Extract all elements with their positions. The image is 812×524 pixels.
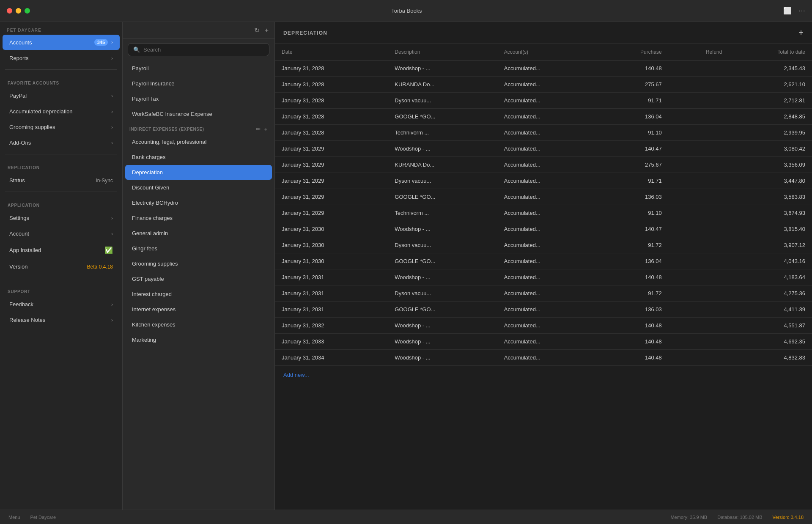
cell-description: Technivorm ... bbox=[388, 205, 497, 221]
cell-purchase: 275.67 bbox=[598, 157, 669, 173]
maximize-button[interactable] bbox=[25, 8, 30, 14]
cell-description: Technivorm ... bbox=[388, 125, 497, 141]
list-item-payroll-tax[interactable]: Payroll Tax bbox=[125, 91, 272, 106]
cell-purchase: 91.72 bbox=[598, 237, 669, 253]
list-item-finance-charges[interactable]: Finance charges bbox=[125, 211, 272, 225]
cell-date: January 31, 2028 bbox=[275, 93, 388, 109]
table-row[interactable]: January 31, 2030 Dyson vacuu... Accumula… bbox=[275, 237, 812, 253]
list-item-discount-given[interactable]: Discount Given bbox=[125, 180, 272, 195]
right-panel-title: DEPRECIATION bbox=[283, 30, 327, 36]
acc-dep-label: Accumulated depreciation bbox=[9, 108, 73, 115]
list-item-interest-charged[interactable]: Interest charged bbox=[125, 287, 272, 302]
sidebar-item-paypal[interactable]: PayPal › bbox=[3, 88, 120, 103]
cell-date: January 31, 2029 bbox=[275, 173, 388, 189]
refresh-icon[interactable]: ↻ bbox=[254, 26, 260, 34]
sidebar-item-settings[interactable]: Settings › bbox=[3, 211, 120, 225]
chevron-right-icon: › bbox=[111, 317, 113, 323]
cell-accounts: Accumulated... bbox=[497, 125, 598, 141]
cell-total: 2,848.85 bbox=[729, 109, 812, 125]
list-item-kitchen-expenses[interactable]: Kitchen expenses bbox=[125, 317, 272, 332]
table-row[interactable]: January 31, 2031 Dyson vacuu... Accumula… bbox=[275, 285, 812, 302]
list-item-gst-payable[interactable]: GST payable bbox=[125, 272, 272, 286]
cell-accounts: Accumulated... bbox=[497, 221, 598, 237]
list-item-accounting-legal[interactable]: Accounting, legal, professional bbox=[125, 134, 272, 149]
cell-accounts: Accumulated... bbox=[497, 285, 598, 302]
list-item-general-admin[interactable]: General admin bbox=[125, 226, 272, 241]
close-button[interactable] bbox=[7, 8, 12, 14]
cell-total: 4,692.35 bbox=[729, 334, 812, 350]
cell-purchase: 91.71 bbox=[598, 93, 669, 109]
table-row[interactable]: January 31, 2028 Woodshop - ... Accumula… bbox=[275, 60, 812, 77]
search-input[interactable] bbox=[143, 47, 264, 53]
favorite-accounts-header: FAVORITE ACCOUNTS bbox=[0, 73, 122, 88]
cell-date: January 31, 2030 bbox=[275, 253, 388, 269]
sidebar-item-reports[interactable]: Reports › bbox=[3, 51, 120, 66]
sidebar-item-grooming-supplies[interactable]: Grooming supplies › bbox=[3, 120, 120, 134]
list-item-worksafebc[interactable]: WorkSafeBC Insurance Expense bbox=[125, 107, 272, 121]
list-item-internet-expenses[interactable]: Internet expenses bbox=[125, 302, 272, 317]
table-row[interactable]: January 31, 2030 Woodshop - ... Accumula… bbox=[275, 221, 812, 237]
account-list: Payroll Payroll Insurance Payroll Tax Wo… bbox=[123, 60, 274, 510]
list-item-payroll-insurance[interactable]: Payroll Insurance bbox=[125, 76, 272, 91]
table-row[interactable]: January 31, 2029 Technivorm ... Accumula… bbox=[275, 205, 812, 221]
sidebar-item-addons[interactable]: Add-Ons › bbox=[3, 135, 120, 150]
sidebar-item-accounts[interactable]: Accounts 345 › bbox=[3, 35, 120, 50]
list-item-depreciation[interactable]: Depreciation bbox=[125, 165, 272, 180]
sidebar-item-release-notes[interactable]: Release Notes › bbox=[3, 313, 120, 327]
table-row[interactable]: January 31, 2028 Dyson vacuu... Accumula… bbox=[275, 93, 812, 109]
cell-refund bbox=[669, 302, 729, 318]
chevron-right-icon: › bbox=[111, 39, 113, 45]
chevron-right-icon: › bbox=[111, 215, 113, 221]
sync-status: Status In-Sync bbox=[3, 173, 120, 188]
titlebar-right: ⬜ ⋯ bbox=[783, 7, 805, 15]
cell-description: GOOGLE *GO... bbox=[388, 189, 497, 205]
cell-purchase: 140.47 bbox=[598, 221, 669, 237]
table-row[interactable]: January 31, 2031 Woodshop - ... Accumula… bbox=[275, 269, 812, 285]
table-row[interactable]: January 31, 2029 KURANDA Do... Accumulat… bbox=[275, 157, 812, 173]
table-row[interactable]: January 31, 2031 GOOGLE *GO... Accumulat… bbox=[275, 302, 812, 318]
cell-total: 3,356.09 bbox=[729, 157, 812, 173]
table-row[interactable]: January 31, 2033 Woodshop - ... Accumula… bbox=[275, 334, 812, 350]
sidebar-item-account[interactable]: Account › bbox=[3, 226, 120, 241]
list-item-bank-charges[interactable]: Bank charges bbox=[125, 150, 272, 165]
table-row[interactable]: January 31, 2030 GOOGLE *GO... Accumulat… bbox=[275, 253, 812, 269]
table-row[interactable]: January 31, 2029 Woodshop - ... Accumula… bbox=[275, 141, 812, 157]
list-item-grooming-supplies[interactable]: Grooming supplies bbox=[125, 256, 272, 271]
table-row[interactable]: January 31, 2028 KURANDA Do... Accumulat… bbox=[275, 77, 812, 93]
sidebar-item-feedback[interactable]: Feedback › bbox=[3, 297, 120, 312]
add-new-link[interactable]: Add new... bbox=[275, 366, 812, 384]
cell-purchase: 140.48 bbox=[598, 269, 669, 285]
add-section-icon[interactable]: + bbox=[264, 126, 268, 132]
statusbar-memory: Memory: 35.9 MB bbox=[670, 515, 707, 520]
edit-icon[interactable]: ✏ bbox=[256, 126, 261, 132]
sidebar-item-accumulated-depreciation[interactable]: Accumulated depreciation › bbox=[3, 104, 120, 119]
cell-accounts: Accumulated... bbox=[497, 141, 598, 157]
table-row[interactable]: January 31, 2032 Woodshop - ... Accumula… bbox=[275, 318, 812, 334]
list-item-marketing[interactable]: Marketing bbox=[125, 332, 272, 347]
extension-icon[interactable]: ⬜ bbox=[783, 7, 792, 15]
cell-purchase: 140.48 bbox=[598, 318, 669, 334]
add-entry-button[interactable]: + bbox=[798, 28, 804, 38]
add-icon[interactable]: + bbox=[265, 27, 269, 34]
cell-refund bbox=[669, 189, 729, 205]
cell-total: 3,583.83 bbox=[729, 189, 812, 205]
search-bar[interactable]: 🔍 bbox=[128, 43, 269, 56]
cell-total: 4,183.64 bbox=[729, 269, 812, 285]
cell-total: 3,815.40 bbox=[729, 221, 812, 237]
chevron-right-icon: › bbox=[111, 124, 113, 130]
cell-refund bbox=[669, 253, 729, 269]
cell-description: Woodshop - ... bbox=[388, 318, 497, 334]
cell-purchase: 136.04 bbox=[598, 253, 669, 269]
list-item-payroll[interactable]: Payroll bbox=[125, 61, 272, 76]
table-row[interactable]: January 31, 2029 GOOGLE *GO... Accumulat… bbox=[275, 189, 812, 205]
statusbar-menu[interactable]: Menu bbox=[8, 515, 20, 520]
list-item-gingr-fees[interactable]: Gingr fees bbox=[125, 241, 272, 256]
list-item-electricity[interactable]: Electrcity BCHydro bbox=[125, 195, 272, 210]
minimize-button[interactable] bbox=[16, 8, 21, 14]
menu-dots-icon[interactable]: ⋯ bbox=[798, 7, 805, 15]
cell-refund bbox=[669, 173, 729, 189]
table-row[interactable]: January 31, 2029 Dyson vacuu... Accumula… bbox=[275, 173, 812, 189]
table-row[interactable]: January 31, 2028 Technivorm ... Accumula… bbox=[275, 125, 812, 141]
table-row[interactable]: January 31, 2034 Woodshop - ... Accumula… bbox=[275, 350, 812, 366]
table-row[interactable]: January 31, 2028 GOOGLE *GO... Accumulat… bbox=[275, 109, 812, 125]
